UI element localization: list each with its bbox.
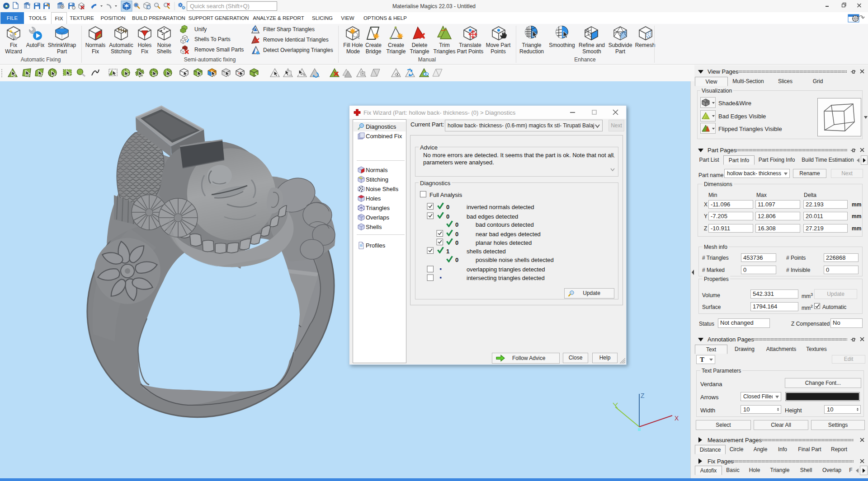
svg-text:X: X	[675, 415, 679, 422]
svg-text:Z: Z	[641, 392, 645, 399]
